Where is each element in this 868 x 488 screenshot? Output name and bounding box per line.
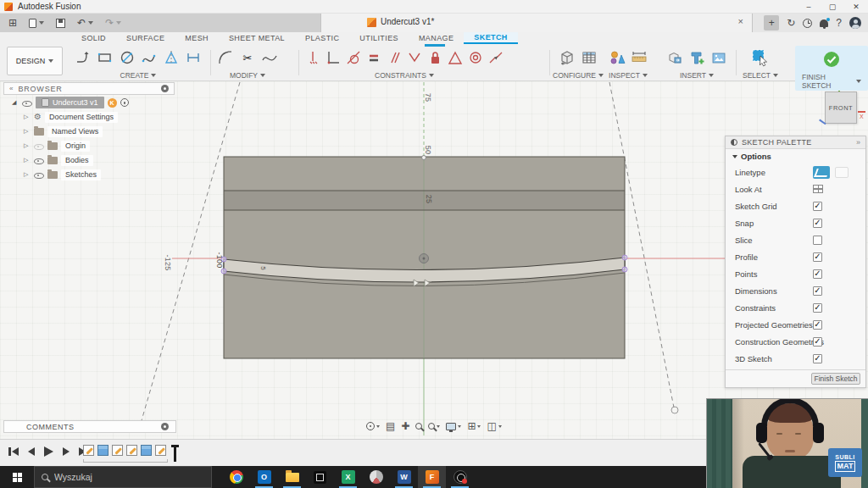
tangent-constraint-icon[interactable] [344, 47, 363, 68]
collapsed-icon[interactable]: ▷ [24, 157, 31, 164]
fix-lock-constraint-icon[interactable] [426, 47, 444, 68]
taskbar-file-explorer[interactable] [278, 466, 306, 488]
constraints-group-label[interactable]: CONSTRAINTS [375, 71, 434, 80]
timeline-sketch-feature[interactable] [83, 445, 94, 456]
timeline-sketch-feature[interactable] [126, 445, 137, 456]
dimensions-checkbox[interactable] [813, 286, 822, 296]
select-group-label[interactable]: SELECT [743, 71, 778, 80]
browser-item-bodies[interactable]: ▷ Bodies [3, 153, 175, 167]
zoom-icon[interactable] [415, 423, 422, 430]
create-group-label[interactable]: CREATE [120, 71, 157, 80]
browser-item-document-settings[interactable]: ▷ ⚙ Document Settings [3, 110, 175, 124]
snap-checkbox[interactable] [813, 219, 822, 228]
viewports-icon[interactable]: ◫ [487, 421, 501, 431]
skip-to-start-button[interactable] [8, 447, 19, 456]
sync-icon[interactable]: ↻ [787, 17, 795, 29]
group-finish-sketch[interactable]: FINISH SKETCH [795, 46, 868, 91]
fillet-tool-icon[interactable] [215, 47, 236, 68]
symmetry-constraint-icon[interactable] [487, 47, 505, 68]
visibility-eye-icon[interactable] [34, 156, 44, 165]
timeline-position-marker[interactable] [171, 445, 179, 462]
search-input[interactable] [54, 472, 181, 482]
maximize-button[interactable]: ▢ [821, 0, 844, 14]
visibility-eye-off-icon[interactable] [34, 141, 44, 151]
visibility-eye-icon[interactable] [34, 170, 44, 180]
configure-group-label[interactable]: CONFIGURE [553, 71, 604, 80]
line-tool-icon[interactable] [73, 47, 93, 68]
coincident-constraint-icon[interactable] [303, 47, 322, 68]
modify-group-label[interactable]: MODIFY [230, 71, 265, 80]
minimize-button[interactable]: – [797, 0, 821, 14]
insert-group-label[interactable]: INSERT [680, 71, 714, 80]
close-button[interactable]: ✕ [844, 0, 868, 14]
sketch-dimension-label[interactable]: 5 [259, 266, 267, 270]
linetype-construction-icon[interactable] [835, 167, 849, 178]
account-avatar[interactable] [849, 17, 861, 29]
app-grid-icon[interactable]: ⊞ [8, 18, 17, 28]
tab-sheet-metal[interactable]: SHEET METAL [219, 32, 295, 44]
taskbar-search[interactable] [34, 466, 212, 488]
look-at-icon[interactable]: ▤ [386, 421, 395, 431]
save-icon[interactable] [56, 19, 65, 28]
tab-utilities[interactable]: UTILITIES [349, 32, 409, 44]
taskbar-word[interactable]: W [390, 466, 418, 488]
palette-header[interactable]: SKETCH PALETTE » [726, 136, 865, 149]
help-icon[interactable]: ? [836, 17, 842, 29]
profile-checkbox[interactable] [813, 252, 822, 262]
insert-mesh-icon[interactable] [687, 47, 707, 68]
constraints-checkbox[interactable] [813, 303, 822, 313]
browser-header[interactable]: « BROWSER [3, 82, 175, 95]
measure-icon[interactable] [607, 47, 627, 68]
trim-tool-icon[interactable]: ✂ [237, 47, 258, 68]
dimension-tool-icon[interactable] [183, 47, 203, 68]
rectangle-tool-icon[interactable] [95, 47, 115, 68]
inspect-group-label[interactable]: INSPECT [609, 71, 648, 80]
timeline-sketch-feature[interactable] [155, 445, 166, 456]
concentric-constraint-icon[interactable] [466, 47, 485, 68]
slice-checkbox[interactable] [813, 236, 822, 245]
construction-geometries-checkbox[interactable] [813, 337, 822, 347]
collapsed-icon[interactable]: ▷ [24, 171, 31, 178]
palette-drag-icon[interactable] [731, 139, 737, 146]
parallel-constraint-icon[interactable] [385, 47, 403, 68]
spline-tool-icon[interactable] [139, 47, 159, 68]
new-tab-icon[interactable]: + [764, 15, 779, 30]
projected-geometries-checkbox[interactable] [813, 320, 822, 330]
root-label[interactable]: Undercut3 v1 [53, 98, 98, 107]
tab-sketch[interactable]: SKETCH [464, 32, 517, 44]
timeline-extrude-feature[interactable] [141, 445, 152, 456]
display-settings-icon[interactable] [446, 423, 461, 430]
undo-icon[interactable]: ↶ [77, 18, 93, 28]
expanded-icon[interactable]: ◢ [12, 99, 19, 106]
tab-plastic[interactable]: PLASTIC [295, 32, 349, 44]
browser-options-icon[interactable] [161, 85, 169, 92]
comments-bar[interactable]: COMMENTS [3, 420, 176, 433]
look-at-icon[interactable] [813, 185, 823, 193]
grid-settings-icon[interactable]: ⊞ [467, 421, 481, 431]
finish-sketch-button[interactable]: Finish Sketch [811, 373, 860, 385]
browser-item-origin[interactable]: ▷ Origin [3, 139, 175, 152]
taskbar-fusion[interactable]: F [418, 466, 446, 488]
fit-icon[interactable] [428, 423, 440, 430]
recent-clock-icon[interactable] [803, 19, 812, 28]
mirror-tool-icon[interactable] [161, 47, 181, 68]
start-button[interactable] [0, 466, 34, 488]
item-label[interactable]: Document Settings [45, 112, 118, 123]
item-label[interactable]: Sketches [61, 169, 101, 180]
focus-target-icon[interactable] [120, 98, 129, 107]
select-window-icon[interactable] [750, 47, 771, 68]
insert-derive-icon[interactable] [665, 47, 685, 68]
configure-cube-icon[interactable] [557, 47, 577, 68]
browser-item-named-views[interactable]: ▷ Named Views [3, 125, 175, 138]
taskbar-excel[interactable]: X [334, 466, 362, 488]
pan-icon[interactable]: ✚ [401, 421, 409, 431]
taskbar-chrome[interactable] [222, 466, 250, 488]
item-label[interactable]: Named Views [47, 126, 103, 137]
step-forward-button[interactable] [63, 447, 70, 456]
timeline-extrude-feature[interactable] [97, 445, 108, 456]
taskbar-screen-capture[interactable] [306, 466, 334, 488]
collapse-panel-icon[interactable]: « [9, 85, 13, 92]
orbit-icon[interactable] [366, 422, 380, 430]
item-label[interactable]: Bodies [61, 155, 93, 166]
taskbar-office-app[interactable] [362, 466, 390, 488]
